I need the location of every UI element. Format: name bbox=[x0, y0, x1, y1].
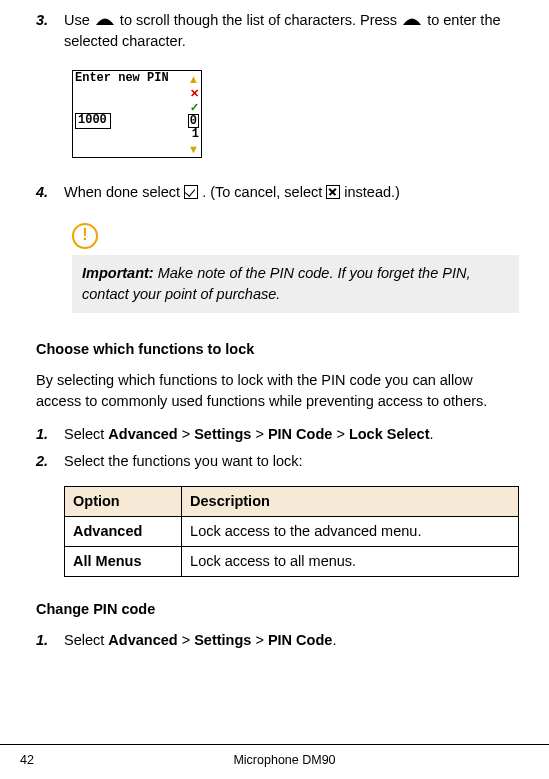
step3-text: Use to scroll though the list of charact… bbox=[64, 10, 519, 52]
section-heading-change: Change PIN code bbox=[36, 599, 519, 620]
cross-icon bbox=[326, 185, 340, 199]
cancel-icon: ✕ bbox=[190, 87, 199, 99]
table-row: Advanced Lock access to the advanced men… bbox=[65, 517, 519, 547]
step-number: 4. bbox=[36, 182, 64, 203]
important-note: Important: Make note of the PIN code. If… bbox=[72, 255, 519, 313]
joystick-icon bbox=[94, 16, 116, 26]
arrow-down-icon: ▼ bbox=[188, 143, 199, 155]
footer-title: Microphone DM90 bbox=[80, 751, 489, 769]
step4-text: When done select . (To cancel, select in… bbox=[64, 182, 519, 203]
section-heading-choose: Choose which functions to lock bbox=[36, 339, 519, 360]
table-header-description: Description bbox=[182, 487, 519, 517]
pin-screen-title: Enter new PIN bbox=[75, 72, 169, 85]
choose-step1: Select Advanced > Settings > PIN Code > … bbox=[64, 424, 519, 445]
table-header-option: Option bbox=[65, 487, 182, 517]
options-table: Option Description Advanced Lock access … bbox=[64, 486, 519, 577]
confirm-icon: ✓ bbox=[190, 101, 199, 113]
joystick-icon bbox=[401, 16, 423, 26]
arrow-up-icon: ▲ bbox=[188, 73, 199, 85]
step-number: 1. bbox=[36, 630, 64, 651]
choose-paragraph: By selecting which functions to lock wit… bbox=[36, 370, 519, 412]
step-number: 3. bbox=[36, 10, 64, 52]
pin-selected-digit: 0 bbox=[188, 114, 199, 128]
check-icon bbox=[184, 185, 198, 199]
alert-icon: ! bbox=[72, 223, 98, 249]
page-footer: 42 Microphone DM90 bbox=[0, 744, 549, 769]
step-number: 1. bbox=[36, 424, 64, 445]
pin-value: 1000 bbox=[75, 113, 111, 128]
pin-next-digit: 1 bbox=[192, 128, 199, 141]
change-step1: Select Advanced > Settings > PIN Code. bbox=[64, 630, 519, 651]
pin-entry-screen: Enter new PIN ▲ ✕ ✓ 1000 0 1 ▼ bbox=[72, 70, 202, 158]
step-number: 2. bbox=[36, 451, 64, 472]
table-row: All Menus Lock access to all menus. bbox=[65, 547, 519, 577]
choose-step2: Select the functions you want to lock: bbox=[64, 451, 519, 472]
page-number: 42 bbox=[0, 751, 80, 769]
